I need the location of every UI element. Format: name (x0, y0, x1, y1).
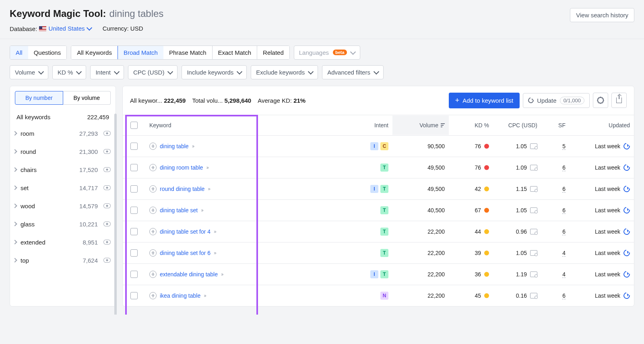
refresh-icon[interactable] (622, 205, 631, 214)
eye-icon[interactable] (103, 203, 111, 208)
intent-badge-t: T (380, 228, 388, 236)
keyword-link[interactable]: dining table set for 6 (160, 250, 211, 256)
tab-related[interactable]: Related (257, 46, 289, 59)
tab-questions[interactable]: Questions (28, 46, 67, 59)
expand-icon[interactable] (149, 292, 157, 299)
eye-icon[interactable] (103, 131, 111, 136)
chevron-down-icon (350, 49, 356, 54)
filter-volume[interactable]: Volume (10, 65, 48, 79)
keyword-link[interactable]: dining table (160, 143, 189, 149)
filter-kd-[interactable]: KD % (52, 65, 86, 79)
sf-value[interactable]: 6 (562, 207, 566, 214)
col-volume[interactable]: Volume (392, 116, 449, 135)
serp-icon[interactable] (530, 250, 537, 256)
update-button[interactable]: Update 0/1,000 (523, 93, 590, 108)
row-checkbox[interactable] (130, 185, 138, 193)
sidebar-item-wood[interactable]: wood14,579 (10, 197, 116, 215)
keyword-link[interactable]: dining room table (160, 164, 203, 171)
sf-value[interactable]: 4 (562, 250, 566, 257)
expand-icon[interactable] (149, 271, 157, 278)
serp-icon[interactable] (530, 293, 537, 298)
serp-icon[interactable] (530, 186, 537, 192)
filter-include-keywords[interactable]: Include keywords (182, 65, 247, 79)
refresh-icon[interactable] (622, 248, 631, 257)
eye-icon[interactable] (103, 222, 111, 226)
sidebar-item-room[interactable]: room27,293 (10, 124, 116, 143)
keyword-link[interactable]: round dining table (160, 186, 204, 192)
eye-icon[interactable] (103, 258, 111, 263)
expand-icon[interactable] (149, 143, 157, 150)
sidebar-tab-by-volume[interactable]: By volume (63, 91, 111, 105)
serp-icon[interactable] (530, 271, 537, 277)
col-sf[interactable]: SF (541, 116, 570, 135)
refresh-icon[interactable] (622, 184, 631, 193)
add-to-list-button[interactable]: + Add to keyword list (449, 93, 520, 108)
eye-icon[interactable] (103, 185, 111, 190)
serp-icon[interactable] (530, 207, 537, 213)
sf-value[interactable]: 6 (562, 164, 566, 171)
row-checkbox[interactable] (130, 271, 138, 278)
row-checkbox[interactable] (130, 249, 138, 257)
expand-icon[interactable] (149, 185, 157, 193)
refresh-icon[interactable] (622, 163, 631, 172)
expand-icon[interactable] (149, 228, 157, 235)
filter-cpc-usd-[interactable]: CPC (USD) (128, 65, 178, 79)
sidebar-item-glass[interactable]: glass10,221 (10, 215, 116, 233)
col-intent[interactable]: Intent (356, 116, 392, 135)
database-selector[interactable]: Database: United States (10, 25, 91, 32)
refresh-icon[interactable] (622, 291, 631, 300)
row-checkbox[interactable] (130, 207, 138, 214)
row-checkbox[interactable] (130, 292, 138, 299)
refresh-icon[interactable] (622, 227, 631, 236)
col-kd[interactable]: KD % (449, 116, 493, 135)
languages-filter[interactable]: Languages beta (294, 46, 360, 60)
tab-exact-match[interactable]: Exact Match (213, 46, 258, 59)
eye-icon[interactable] (103, 240, 111, 245)
sf-value[interactable]: 6 (562, 292, 566, 299)
eye-icon[interactable] (103, 167, 111, 172)
select-all-checkbox[interactable] (130, 122, 138, 129)
keyword-link[interactable]: extendable dining table (160, 271, 218, 278)
sidebar-item-set[interactable]: set14,717 (10, 179, 116, 197)
sidebar-item-chairs[interactable]: chairs17,520 (10, 161, 116, 179)
sidebar-item-round[interactable]: round21,300 (10, 143, 116, 161)
tab-all-keywords[interactable]: All Keywords (71, 46, 118, 59)
expand-icon[interactable] (149, 249, 157, 257)
all-keywords-row[interactable]: All keywords 222,459 (10, 110, 116, 124)
keyword-link[interactable]: ikea dining table (160, 292, 200, 299)
sf-value[interactable]: 6 (562, 228, 566, 235)
sf-value[interactable]: 4 (562, 271, 566, 278)
tab-all[interactable]: All (10, 46, 29, 60)
refresh-icon[interactable] (622, 141, 631, 150)
sidebar-tab-by-number[interactable]: By number (15, 91, 63, 105)
serp-icon[interactable] (530, 143, 537, 149)
serp-icon[interactable] (530, 229, 537, 234)
filter-exclude-keywords[interactable]: Exclude keywords (251, 65, 318, 79)
settings-button[interactable] (593, 93, 608, 108)
row-checkbox[interactable] (130, 164, 138, 171)
keyword-link[interactable]: dining table set for 4 (160, 228, 211, 235)
col-updated[interactable]: Updated (570, 116, 634, 135)
col-cpc[interactable]: CPC (USD) (493, 116, 541, 135)
tab-phrase-match[interactable]: Phrase Match (163, 46, 213, 59)
sf-value[interactable]: 5 (562, 143, 566, 150)
keyword-link[interactable]: dining table set (160, 207, 198, 213)
eye-icon[interactable] (103, 149, 111, 154)
sf-value[interactable]: 6 (562, 186, 566, 193)
view-history-button[interactable]: View search history (570, 8, 634, 22)
sidebar-item-extended[interactable]: extended8,951 (10, 233, 116, 251)
sidebar-item-top[interactable]: top7,624 (10, 251, 116, 269)
row-checkbox[interactable] (130, 228, 138, 235)
col-keyword[interactable]: Keyword (145, 116, 356, 135)
updated-value: Last week (595, 271, 620, 278)
filter-advanced-filters[interactable]: Advanced filters (322, 65, 384, 79)
expand-icon[interactable] (149, 164, 157, 171)
export-button[interactable] (611, 93, 627, 108)
scrollbar[interactable] (114, 114, 117, 315)
serp-icon[interactable] (530, 165, 537, 170)
filter-intent[interactable]: Intent (90, 65, 124, 79)
refresh-icon[interactable] (622, 269, 631, 278)
expand-icon[interactable] (149, 207, 157, 214)
row-checkbox[interactable] (130, 143, 138, 150)
tab-broad-match[interactable]: Broad Match (118, 46, 164, 60)
